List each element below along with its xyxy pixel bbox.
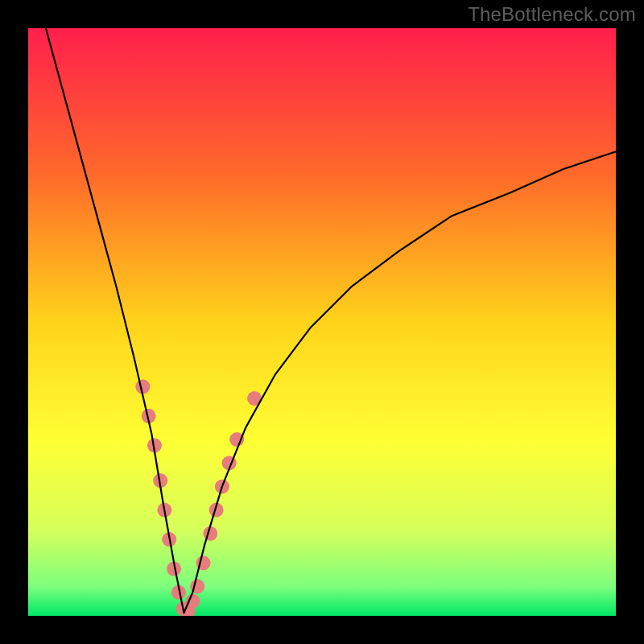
watermark-text: TheBottleneck.com (468, 3, 636, 26)
bottleneck-chart (0, 0, 644, 644)
data-point (229, 432, 244, 447)
plot-gradient-area (28, 28, 616, 616)
chart-frame: TheBottleneck.com (0, 0, 644, 644)
